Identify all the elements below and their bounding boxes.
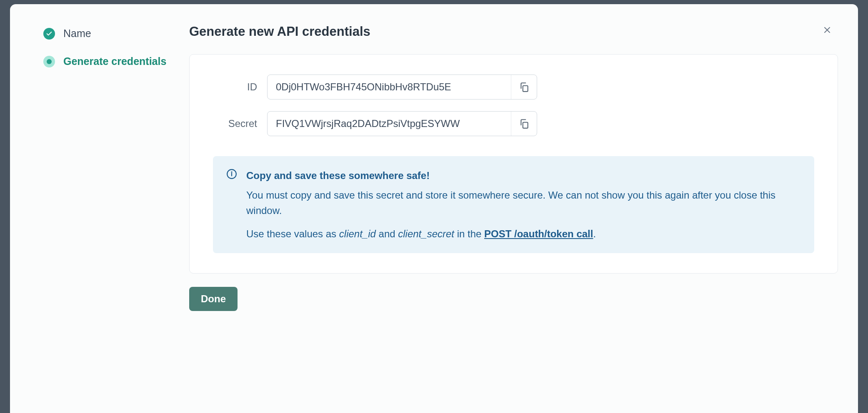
wizard-sidebar: Name Generate credentials — [43, 24, 189, 393]
svg-point-6 — [231, 172, 232, 172]
modal-main: Generate new API credentials ID Secret — [189, 24, 838, 393]
client-id-term: client_id — [339, 228, 376, 239]
secret-input[interactable] — [268, 112, 511, 136]
copy-id-button[interactable] — [511, 75, 537, 99]
info-paragraph-2: Use these values as client_id and client… — [246, 226, 801, 241]
copy-icon — [519, 82, 530, 92]
copy-icon — [519, 118, 530, 129]
credentials-card: ID Secret — [189, 54, 838, 274]
secret-label: Secret — [213, 118, 267, 129]
step-name[interactable]: Name — [43, 27, 189, 40]
id-input[interactable] — [268, 75, 511, 99]
info-box: Copy and save these somewhere safe! You … — [213, 156, 814, 253]
close-icon — [822, 25, 832, 35]
info-text: in the — [454, 228, 484, 239]
step-label: Name — [63, 27, 91, 40]
modal-title: Generate new API credentials — [189, 24, 838, 39]
secret-input-wrap — [267, 111, 537, 136]
info-title: Copy and save these somewhere safe! — [246, 168, 801, 183]
svg-rect-2 — [523, 86, 528, 92]
step-label: Generate credentials — [63, 55, 166, 67]
info-text: . — [593, 228, 596, 239]
done-button[interactable]: Done — [189, 287, 238, 311]
id-input-wrap — [267, 75, 537, 100]
info-text: Use these values as — [246, 228, 339, 239]
api-credentials-modal: Name Generate credentials Generate new A… — [10, 4, 858, 413]
svg-rect-3 — [523, 122, 528, 128]
active-step-icon — [43, 56, 55, 67]
client-secret-term: client_secret — [398, 228, 454, 239]
close-button[interactable] — [820, 22, 835, 37]
oauth-token-link[interactable]: POST /oauth/token call — [484, 228, 593, 239]
check-icon — [43, 28, 55, 40]
info-content: Copy and save these somewhere safe! You … — [246, 168, 801, 241]
step-generate-credentials[interactable]: Generate credentials — [43, 55, 189, 67]
info-text: and — [376, 228, 398, 239]
info-icon — [226, 169, 237, 179]
info-paragraph-1: You must copy and save this secret and s… — [246, 187, 801, 218]
id-label: ID — [213, 81, 267, 93]
secret-field-row: Secret — [213, 111, 814, 136]
id-field-row: ID — [213, 75, 814, 100]
copy-secret-button[interactable] — [511, 112, 537, 136]
